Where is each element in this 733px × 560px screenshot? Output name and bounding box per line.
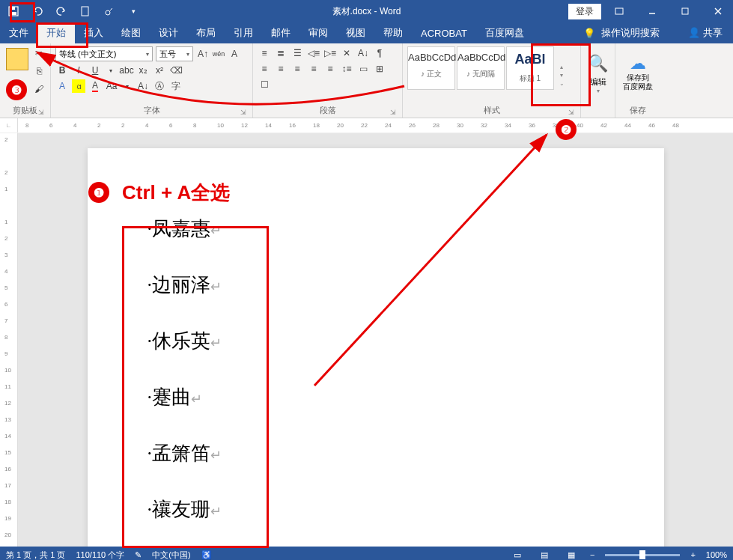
proofing-icon[interactable]: ✎ xyxy=(135,550,142,560)
highlight-icon[interactable]: ꭤ xyxy=(72,79,85,93)
copy-icon[interactable]: ⎘ xyxy=(32,64,46,78)
ribbon-display-icon[interactable] xyxy=(604,0,634,22)
bold-icon[interactable]: B xyxy=(55,64,69,77)
tab-view[interactable]: 视图 xyxy=(337,22,374,43)
document-line[interactable]: ·蹇曲↵ xyxy=(147,384,604,410)
strikethrough-icon[interactable]: abc xyxy=(120,64,133,77)
justify-icon[interactable]: ≡ xyxy=(307,62,320,76)
char-shading-icon[interactable]: Ⓐ xyxy=(153,79,166,93)
document-line[interactable]: ·边丽泽↵ xyxy=(147,272,604,298)
align-center-icon[interactable]: ≡ xyxy=(274,62,288,76)
print-layout-icon[interactable]: ▤ xyxy=(536,548,553,560)
tab-layout[interactable]: 布局 xyxy=(187,22,225,43)
document-line[interactable]: ·休乐英↵ xyxy=(147,328,604,354)
numbering-icon[interactable]: ≣ xyxy=(274,46,288,60)
paste-button[interactable] xyxy=(4,46,29,72)
find-icon[interactable]: 🔍 xyxy=(586,54,610,73)
redo-icon[interactable] xyxy=(52,2,70,20)
edit-label[interactable]: 编辑 xyxy=(586,76,610,88)
tell-me-search[interactable]: 操作说明搜索 xyxy=(601,26,660,40)
font-launcher-icon[interactable]: ⇲ xyxy=(240,109,246,116)
styles-down-icon[interactable]: ▾ xyxy=(556,72,568,79)
increase-indent-icon[interactable]: ▷≡ xyxy=(323,46,337,60)
tab-review[interactable]: 审阅 xyxy=(299,22,337,43)
align-left-icon[interactable]: ≡ xyxy=(258,62,271,76)
web-layout-icon[interactable]: ▦ xyxy=(563,548,580,560)
style-heading1[interactable]: AaBl 标题 1 xyxy=(506,46,554,90)
maximize-icon[interactable] xyxy=(670,0,700,22)
document-line[interactable]: ·凤嘉惠↵ xyxy=(147,216,604,242)
login-button[interactable]: 登录 xyxy=(568,4,601,19)
bullets-icon[interactable]: ≡ xyxy=(258,46,271,60)
change-case-icon[interactable]: Aa xyxy=(105,79,118,93)
format-painter-icon[interactable]: 🖌 xyxy=(32,82,46,96)
close-icon[interactable] xyxy=(703,0,733,22)
new-doc-icon[interactable] xyxy=(76,2,94,20)
font-color-icon[interactable]: A xyxy=(88,79,102,93)
tab-draw[interactable]: 绘图 xyxy=(112,22,150,43)
accessibility-icon[interactable]: ♿ xyxy=(201,550,212,560)
enclose-char-icon[interactable]: 字 xyxy=(169,79,183,93)
touch-mode-icon[interactable] xyxy=(100,2,118,20)
clipboard-launcher-icon[interactable]: ⇲ xyxy=(38,109,44,116)
show-marks-icon[interactable]: ¶ xyxy=(373,46,386,60)
document-canvas[interactable]: ·凤嘉惠↵·边丽泽↵·休乐英↵·蹇曲↵·孟箫笛↵·禳友珊↵ xyxy=(18,133,733,547)
tab-design[interactable]: 设计 xyxy=(150,22,187,43)
page-status[interactable]: 第 1 页，共 1 页 xyxy=(6,550,65,561)
read-mode-icon[interactable]: ▭ xyxy=(509,548,526,560)
tab-mailings[interactable]: 邮件 xyxy=(262,22,299,43)
border-dropdown-icon[interactable]: ☐ xyxy=(258,78,271,91)
zoom-slider[interactable] xyxy=(605,554,680,556)
borders-icon[interactable]: ⊞ xyxy=(373,62,386,76)
undo-icon[interactable] xyxy=(28,2,46,20)
clear-format-icon[interactable]: ⌫ xyxy=(169,64,183,77)
share-button[interactable]: 👤 共享 xyxy=(688,26,723,40)
decrease-indent-icon[interactable]: ◁≡ xyxy=(307,46,320,60)
grow-font-icon[interactable]: A↑ xyxy=(196,47,210,61)
ruler-vertical[interactable]: 2211234567891011121314151617181920 xyxy=(0,133,18,547)
paragraph-launcher-icon[interactable]: ⇲ xyxy=(390,109,396,116)
char-border-icon[interactable]: A xyxy=(228,47,241,61)
tab-acrobat[interactable]: ACROBAT xyxy=(412,22,476,43)
font-name-combo[interactable]: 等线 (中文正文)▾ xyxy=(55,46,153,61)
language-status[interactable]: 中文(中国) xyxy=(152,550,190,561)
cloud-save-icon[interactable]: ☁ xyxy=(620,54,656,73)
zoom-out-icon[interactable]: − xyxy=(590,550,594,559)
style-nospace[interactable]: AaBbCcDd ♪ 无间隔 xyxy=(457,46,505,90)
case-dropdown-icon[interactable]: ▾ xyxy=(121,79,133,93)
font-size-combo[interactable]: 五号▾ xyxy=(156,46,193,61)
multilevel-icon[interactable]: ☰ xyxy=(291,46,304,60)
tab-file[interactable]: 文件 xyxy=(0,22,37,43)
tab-baidu[interactable]: 百度网盘 xyxy=(476,22,533,43)
align-right-icon[interactable]: ≡ xyxy=(291,62,304,76)
tab-references[interactable]: 引用 xyxy=(225,22,262,43)
document-line[interactable]: ·孟箫笛↵ xyxy=(147,440,604,466)
shading-icon[interactable]: ▭ xyxy=(356,62,370,76)
tab-help[interactable]: 帮助 xyxy=(374,22,412,43)
underline-icon[interactable]: U xyxy=(88,64,102,77)
tab-insert[interactable]: 插入 xyxy=(75,22,112,43)
page[interactable]: ·凤嘉惠↵·边丽泽↵·休乐英↵·蹇曲↵·孟箫笛↵·禳友珊↵ xyxy=(88,148,664,547)
subscript-icon[interactable]: x₂ xyxy=(136,64,150,77)
edit-dropdown-icon[interactable]: ▾ xyxy=(586,88,610,94)
phonetic-guide-icon[interactable]: wén xyxy=(213,47,225,61)
sort-icon[interactable]: A↓ xyxy=(356,46,370,60)
save-baidu-button[interactable]: 保存到 百度网盘 xyxy=(620,73,656,91)
text-effects-icon[interactable]: A xyxy=(55,79,69,93)
superscript-icon[interactable]: x² xyxy=(153,64,166,77)
shrink-font-icon[interactable]: A↓ xyxy=(136,79,150,93)
italic-icon[interactable]: I xyxy=(72,64,85,77)
word-count[interactable]: 110/110 个字 xyxy=(76,550,124,561)
cut-icon[interactable]: ✂ xyxy=(32,46,46,60)
style-normal[interactable]: AaBbCcDd ♪ 正文 xyxy=(407,46,455,90)
ruler-scale[interactable]: 8642246810121416182022242628303234363840… xyxy=(18,118,733,133)
line-spacing-icon[interactable]: ↕≡ xyxy=(340,62,353,76)
distribute-icon[interactable]: ≡ xyxy=(323,62,337,76)
tab-home[interactable]: 开始 xyxy=(37,22,75,43)
zoom-level[interactable]: 100% xyxy=(706,550,727,559)
document-line[interactable]: ·禳友珊↵ xyxy=(147,496,604,523)
styles-launcher-icon[interactable]: ⇲ xyxy=(568,109,574,116)
styles-up-icon[interactable]: ▴ xyxy=(556,64,568,70)
underline-dropdown-icon[interactable]: ▾ xyxy=(105,64,117,77)
zoom-in-icon[interactable]: + xyxy=(690,550,695,559)
